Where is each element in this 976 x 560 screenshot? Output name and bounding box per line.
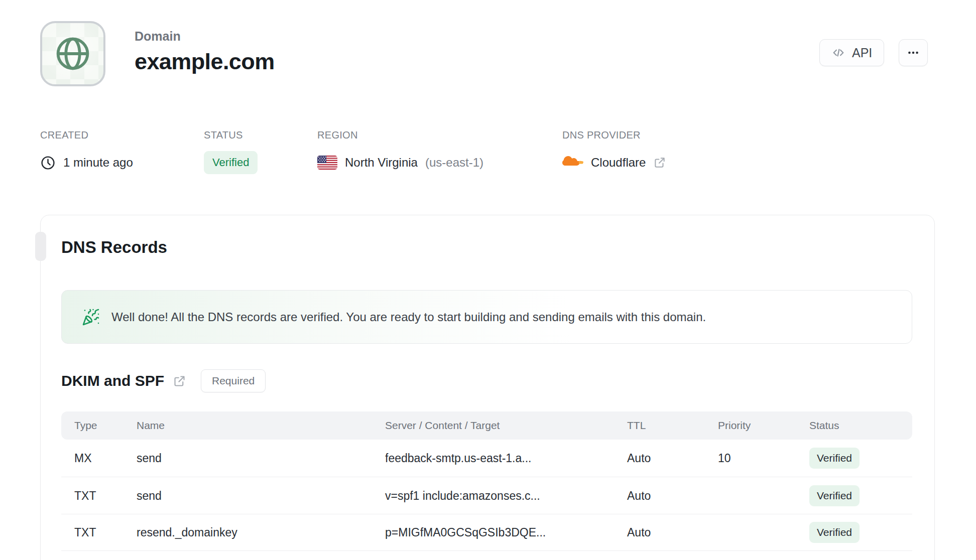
cloudflare-icon [562,156,583,170]
cell-ttl: Auto [627,452,651,465]
header-name: Name [137,419,165,432]
cell-type: TXT [74,526,96,539]
header-actions: API [819,39,928,66]
cell-priority: 10 [718,452,731,465]
dkim-spf-title: DKIM and SPF [61,372,164,389]
clock-icon [40,155,56,171]
section-marker [35,232,46,261]
region-name: North Virginia [345,156,418,170]
created-label: CREATED [40,129,133,141]
cell-name: resend._domainkey [137,526,237,539]
header-type: Type [74,419,97,432]
external-link-icon[interactable] [173,374,186,388]
dns-provider-name: Cloudflare [591,156,646,170]
domain-icon-tile [40,21,105,86]
header-content: Server / Content / Target [385,419,500,432]
region-code: (us-east-1) [425,156,483,170]
required-badge: Required [201,369,266,392]
cell-name: send [137,489,162,502]
header-priority: Priority [718,419,751,432]
row-status-badge: Verified [809,485,860,506]
table-row[interactable]: MX send feedback-smtp.us-east-1.a... Aut… [61,440,912,477]
verified-banner: Well done! All the DNS records are verif… [61,290,912,344]
party-popper-icon [82,308,100,326]
status-label: STATUS [204,129,258,141]
cell-ttl: Auto [627,489,651,502]
created-text: 1 minute ago [63,156,133,170]
meta-region: REGION North Virginia (us-east-1) [317,129,483,174]
more-button[interactable] [899,39,928,66]
cell-ttl: Auto [627,526,651,539]
status-value: Verified [204,152,258,174]
meta-status: STATUS Verified [204,129,258,174]
external-link-icon[interactable] [653,156,666,169]
cell-content: p=MIGfMA0GCSqGSIb3DQE... [385,526,546,539]
created-value: 1 minute ago [40,152,133,174]
code-icon [831,46,845,60]
cell-type: TXT [74,489,96,502]
row-status-badge: Verified [809,522,860,543]
dns-provider-value: Cloudflare [562,152,666,174]
us-flag-icon [317,156,337,170]
dns-records-title: DNS Records [61,238,167,257]
cell-content: feedback-smtp.us-east-1.a... [385,452,531,465]
status-badge: Verified [204,151,258,174]
row-status-badge: Verified [809,448,860,469]
table-row[interactable]: TXT send v=spf1 include:amazonses.c... A… [61,477,912,514]
dns-records-table: Type Name Server / Content / Target TTL … [61,411,912,551]
cell-type: MX [74,452,92,465]
ellipsis-icon [907,46,920,59]
dkim-spf-section-head: DKIM and SPF Required [61,369,266,392]
cell-name: send [137,452,162,465]
page-title: example.com [135,49,275,75]
api-button[interactable]: API [819,39,884,66]
region-value: North Virginia (us-east-1) [317,152,483,174]
table-row[interactable]: TXT resend._domainkey p=MIGfMA0GCSqGSIb3… [61,514,912,551]
cell-content: v=spf1 include:amazonses.c... [385,489,540,502]
header-text: Domain example.com [135,29,275,75]
meta-dns-provider: DNS PROVIDER Cloudflare [562,129,666,174]
header-ttl: TTL [627,419,646,432]
header-status: Status [809,419,839,432]
table-header-row: Type Name Server / Content / Target TTL … [61,411,912,440]
banner-message: Well done! All the DNS records are verif… [111,310,706,324]
api-button-label: API [852,46,872,60]
domain-details-page: { "header": { "label": "Domain", "title"… [0,0,976,560]
region-label: REGION [317,129,483,141]
page-kind-label: Domain [135,29,275,44]
globe-icon [52,33,93,74]
meta-created: CREATED 1 minute ago [40,129,133,174]
dns-provider-label: DNS PROVIDER [562,129,666,141]
